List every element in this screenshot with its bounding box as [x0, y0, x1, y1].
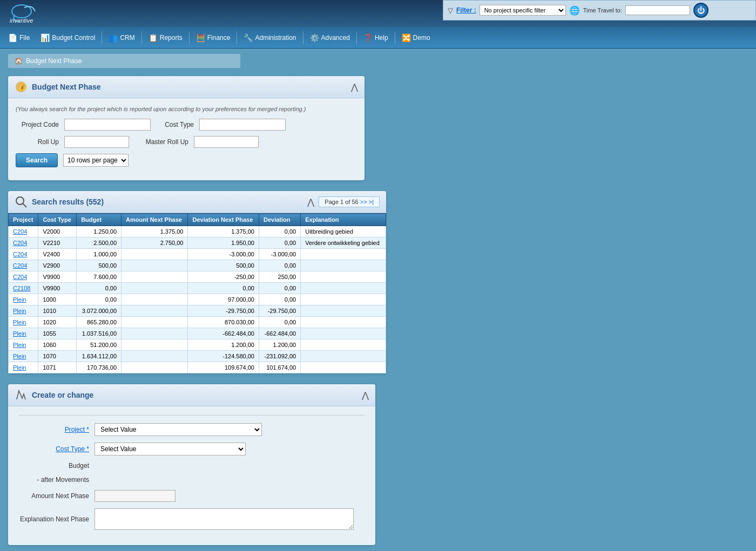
nav-reports[interactable]: 📋 Reports: [143, 30, 188, 45]
cell-explanation: [301, 260, 386, 271]
svg-line-5: [23, 203, 26, 207]
cell-explanation: [301, 283, 386, 294]
create-cost-type-select[interactable]: Select Value: [94, 443, 246, 455]
project-link[interactable]: Plein: [13, 308, 26, 314]
results-panel: Search results (552) ⋀ Page 1 of 56 >> >…: [8, 191, 386, 373]
cell-deviation-next: 500,00: [188, 260, 259, 271]
table-row: C204 V2210 2.500,00 2.750,00 1.950,00 0,…: [9, 237, 386, 249]
master-roll-up-input[interactable]: [194, 136, 259, 148]
project-link[interactable]: C204: [13, 228, 27, 235]
cell-explanation: Uitbreiding gebied: [301, 226, 386, 237]
search-panel-collapse[interactable]: ⋀: [351, 82, 358, 92]
cost-type-required-link[interactable]: Cost Type *: [56, 445, 89, 453]
project-link[interactable]: Plein: [13, 296, 26, 303]
project-link[interactable]: C204: [13, 274, 27, 280]
cell-project: Plein: [9, 317, 38, 328]
project-link[interactable]: Plein: [13, 364, 26, 371]
search-action-row: Search 10 rows per page 25 rows per page…: [16, 153, 357, 167]
create-explanation-row: Explanation Next Phase: [19, 508, 364, 530]
nav-file[interactable]: 📄 File: [3, 30, 35, 45]
last-page-link[interactable]: >|: [369, 199, 374, 205]
project-link[interactable]: Plein: [13, 319, 26, 325]
filter-select[interactable]: No project specific filter: [480, 5, 566, 16]
demo-icon: 🔀: [402, 33, 411, 42]
cell-budget: 0,00: [77, 283, 122, 294]
nav-divider-5: [303, 31, 303, 44]
project-link[interactable]: Plein: [13, 353, 26, 359]
cell-project: C204: [9, 249, 38, 260]
table-row: Plein 1020 865.280,00 870.030,00 0,00: [9, 317, 386, 328]
results-collapse[interactable]: ⋀: [307, 197, 314, 207]
table-row: Plein 1055 1.037.516,00 -662.484,00 -662…: [9, 328, 386, 339]
col-project: Project: [9, 214, 38, 226]
time-travel-input[interactable]: [625, 5, 690, 15]
cell-amount-next: 2.750,00: [122, 237, 188, 249]
nav-bar: 📄 File 📊 Budget Control 👥 CRM 📋 Reports …: [0, 27, 756, 49]
cell-explanation: [301, 317, 386, 328]
cell-deviation: 0,00: [259, 283, 300, 294]
reports-icon: 📋: [148, 33, 158, 42]
filter-link[interactable]: Filter :: [456, 6, 476, 14]
cell-deviation: 0,00: [259, 317, 300, 328]
rows-per-page-select[interactable]: 10 rows per page 25 rows per page 50 row…: [63, 154, 129, 167]
cell-budget: 2.500,00: [77, 237, 122, 249]
project-code-input[interactable]: [64, 119, 151, 131]
roll-up-input[interactable]: [64, 136, 129, 148]
nav-help[interactable]: ❓ Help: [358, 30, 394, 45]
cell-project: C204: [9, 271, 38, 283]
cell-amount-next: [122, 294, 188, 305]
table-row: Plein 1000 0,00 97.000,00 0,00: [9, 294, 386, 305]
project-link[interactable]: C204: [13, 262, 27, 269]
table-row: C204 V2900 500,00 500,00 0,00: [9, 260, 386, 271]
nav-administration[interactable]: 🔧 Administration: [238, 30, 301, 45]
nav-finance[interactable]: 🧮 Finance: [191, 30, 236, 45]
cell-deviation-next: 1.375,00: [188, 226, 259, 237]
nav-crm[interactable]: 👥 CRM: [103, 30, 140, 45]
cell-project: C2108: [9, 283, 38, 294]
advanced-icon: ⚙️: [310, 33, 319, 42]
cell-project: Plein: [9, 351, 38, 362]
create-after-movements-label: - after Movements: [19, 476, 89, 484]
project-link[interactable]: C204: [13, 251, 27, 257]
nav-demo[interactable]: 🔀 Demo: [396, 30, 436, 45]
next-page-link[interactable]: >>: [360, 199, 367, 205]
project-required-link[interactable]: Project *: [65, 426, 89, 433]
budget-control-icon: 📊: [40, 33, 50, 42]
cell-deviation-next: 97.000,00: [188, 294, 259, 305]
project-link[interactable]: C2108: [13, 285, 30, 291]
create-amount-next-row: Amount Next Phase: [19, 490, 364, 502]
table-row: Plein 1060 51.200,00 1.200,00 1.200,00: [9, 339, 386, 351]
search-button[interactable]: Search: [16, 153, 58, 167]
nav-budget-control[interactable]: 📊 Budget Control: [35, 30, 100, 45]
create-explanation-textarea[interactable]: [94, 508, 354, 530]
project-link[interactable]: C204: [13, 240, 27, 246]
create-panel-collapse[interactable]: ⋀: [362, 390, 369, 400]
project-link[interactable]: Plein: [13, 330, 26, 337]
cell-budget: 1.000,00: [77, 249, 122, 260]
create-budget-label: Budget: [19, 462, 89, 470]
results-title: Search results (552): [32, 198, 303, 206]
cost-type-label: Cost Type: [156, 121, 194, 128]
create-project-select[interactable]: Select Value: [94, 423, 262, 436]
cell-amount-next: [122, 260, 188, 271]
cell-cost-type: 1060: [38, 339, 77, 351]
create-cost-type-label: Cost Type *: [19, 445, 89, 453]
project-link[interactable]: Plein: [13, 342, 26, 348]
cell-deviation-next: -29.750,00: [188, 305, 259, 317]
cost-type-input[interactable]: [199, 119, 286, 131]
cell-explanation: [301, 351, 386, 362]
cell-amount-next: [122, 305, 188, 317]
cell-explanation: [301, 328, 386, 339]
nav-advanced[interactable]: ⚙️ Advanced: [305, 30, 355, 45]
info-text: (You always search for the project which…: [16, 106, 357, 112]
roll-up-label: Roll Up: [16, 138, 59, 146]
table-row: C204 V2000 1.250,00 1.375,00 1.375,00 0,…: [9, 226, 386, 237]
col-explanation: Explanation: [301, 214, 386, 226]
search-panel-header: 💰 Budget Next Phase ⋀: [8, 76, 364, 98]
finance-icon: 🧮: [196, 33, 205, 42]
power-button[interactable]: ⏻: [693, 3, 708, 18]
create-amount-next-input[interactable]: [94, 490, 176, 502]
cell-explanation: Verdere ontwikkeling gebied: [301, 237, 386, 249]
cell-deviation-next: -250,00: [188, 271, 259, 283]
cell-amount-next: [122, 351, 188, 362]
